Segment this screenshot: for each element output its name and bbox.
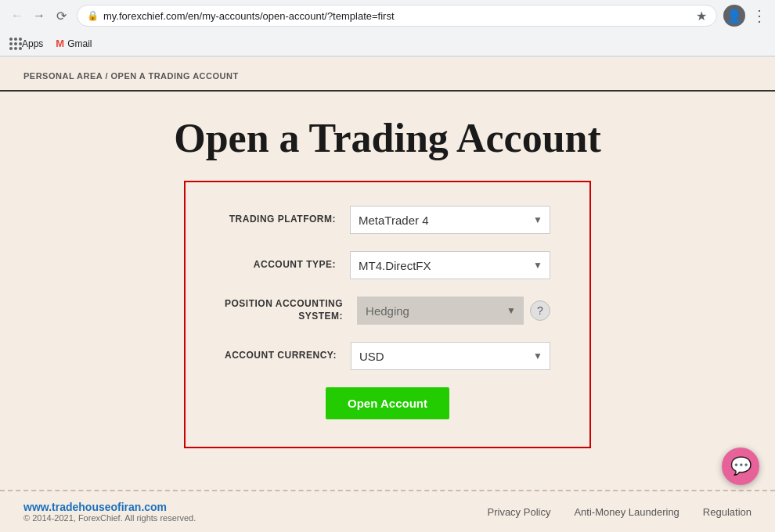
reload-button[interactable]: ⟳ [52, 6, 70, 25]
menu-icon[interactable]: ⋮ [752, 6, 767, 25]
forward-button[interactable]: → [30, 6, 49, 25]
trading-platform-row: TRADING PLATFORM: MetaTrader 4 MetaTrade… [225, 206, 550, 234]
account-currency-row: ACCOUNT CURRENCY: USD EUR GBP CHF ▼ [225, 342, 550, 370]
apps-grid-icon [9, 38, 19, 50]
url-text: my.forexchief.com/en/my-accounts/open-ac… [103, 10, 691, 22]
position-accounting-select[interactable]: Hedging Netting [357, 297, 524, 325]
footer-left: www.tradehouseofiran.com © 2014-2021, Fo… [23, 501, 196, 523]
footer: www.tradehouseofiran.com © 2014-2021, Fo… [0, 490, 775, 532]
account-type-select[interactable]: MT4.DirectFX MT4.Standard MT4.Pro [350, 251, 550, 279]
page-content: PERSONAL AREA / OPEN A TRADING ACCOUNT O… [0, 57, 775, 532]
back-button[interactable]: ← [8, 6, 27, 25]
chat-icon: 💬 [730, 456, 752, 476]
trading-platform-select[interactable]: MetaTrader 4 MetaTrader 5 [350, 206, 550, 234]
breadcrumb: PERSONAL AREA / OPEN A TRADING ACCOUNT [0, 57, 775, 92]
account-currency-select-wrapper: USD EUR GBP CHF ▼ [351, 342, 550, 370]
chat-button[interactable]: 💬 [722, 448, 759, 485]
account-type-select-wrapper: MT4.DirectFX MT4.Standard MT4.Pro ▼ [350, 251, 550, 279]
lock-icon: 🔒 [87, 10, 99, 21]
position-accounting-select-wrapper: Hedging Netting ▼ [357, 297, 524, 325]
nav-buttons: ← → ⟳ [8, 6, 70, 25]
profile-icon[interactable]: 👤 [723, 5, 745, 27]
footer-copyright: © 2014-2021, ForexChief. All rights rese… [23, 513, 196, 523]
footer-links: Privacy Policy Anti-Money Laundering Reg… [488, 506, 752, 518]
gmail-label: Gmail [67, 38, 92, 49]
apps-bookmark[interactable]: Apps [9, 38, 43, 50]
gmail-icon: M [56, 38, 64, 49]
gmail-bookmark[interactable]: M Gmail [56, 38, 92, 49]
address-bar[interactable]: 🔒 my.forexchief.com/en/my-accounts/open-… [77, 5, 717, 27]
position-accounting-row: POSITION ACCOUNTING SYSTEM: Hedging Nett… [225, 297, 550, 325]
position-accounting-label: POSITION ACCOUNTING SYSTEM: [225, 298, 357, 322]
browser-toolbar: ← → ⟳ 🔒 my.forexchief.com/en/my-accounts… [0, 0, 775, 31]
anti-money-laundering-link[interactable]: Anti-Money Laundering [574, 506, 679, 518]
regulation-link[interactable]: Regulation [703, 506, 752, 518]
browser-chrome: ← → ⟳ 🔒 my.forexchief.com/en/my-accounts… [0, 0, 775, 57]
account-type-row: ACCOUNT TYPE: MT4.DirectFX MT4.Standard … [225, 251, 550, 279]
privacy-policy-link[interactable]: Privacy Policy [488, 506, 551, 518]
footer-website[interactable]: www.tradehouseofiran.com [23, 501, 196, 513]
bookmarks-bar: Apps M Gmail [0, 31, 775, 56]
account-type-label: ACCOUNT TYPE: [225, 259, 350, 271]
bookmark-star-icon[interactable]: ★ [696, 9, 707, 23]
trading-platform-label: TRADING PLATFORM: [225, 214, 350, 226]
breadcrumb-separator: / [103, 71, 111, 81]
breadcrumb-current: OPEN A TRADING ACCOUNT [111, 71, 239, 81]
apps-label: Apps [22, 38, 43, 49]
open-account-button[interactable]: Open Account [326, 387, 449, 419]
account-currency-label: ACCOUNT CURRENCY: [225, 350, 351, 362]
trading-platform-select-wrapper: MetaTrader 4 MetaTrader 5 ▼ [350, 206, 550, 234]
account-currency-select[interactable]: USD EUR GBP CHF [351, 342, 550, 370]
help-button[interactable]: ? [530, 300, 550, 321]
form-container: TRADING PLATFORM: MetaTrader 4 MetaTrade… [184, 181, 591, 448]
page-title: Open a Trading Account [0, 92, 775, 181]
breadcrumb-personal-area: PERSONAL AREA [23, 71, 103, 81]
